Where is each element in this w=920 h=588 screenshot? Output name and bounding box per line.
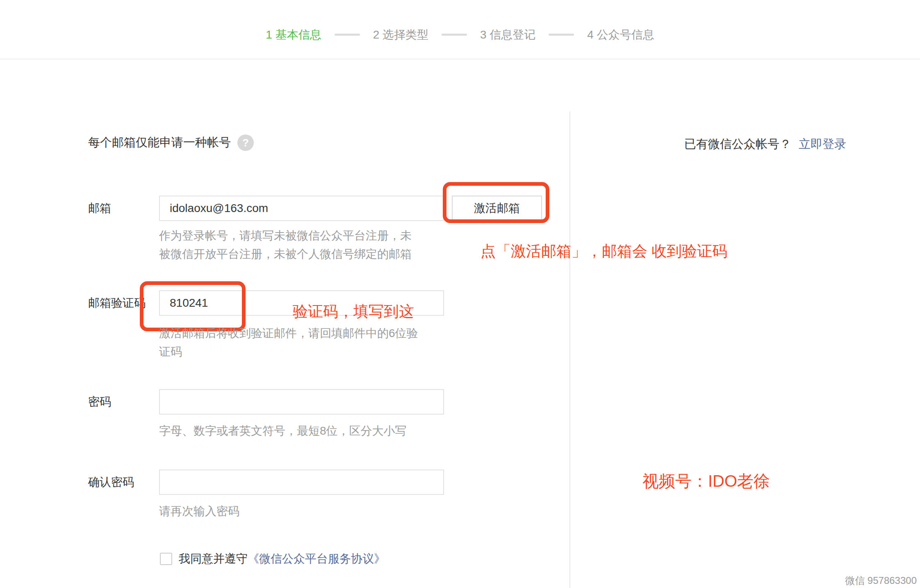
password-input[interactable] <box>159 389 444 415</box>
vertical-divider <box>569 112 570 588</box>
service-agreement-link[interactable]: 《微信公众平台服务协议》 <box>248 551 385 567</box>
login-now-link[interactable]: 立即登录 <box>799 137 846 150</box>
existing-account-row: 已有微信公众帐号？ 立即登录 <box>684 136 846 153</box>
question-mark-icon[interactable]: ? <box>237 134 254 151</box>
stepper-header: 1 基本信息 2 选择类型 3 信息登记 4 公众号信息 <box>0 0 920 59</box>
watermark-text: 微信 957863300 <box>845 574 917 587</box>
step-separator <box>549 34 574 36</box>
code-annotation-text: 验证码，填写到这 <box>293 301 414 322</box>
email-helper-line2: 被微信开放平台注册，未被个人微信号绑定的邮箱 <box>159 245 412 263</box>
step-account-info: 4 公众号信息 <box>587 27 654 43</box>
channel-annotation-text: 视频号：IDO老徐 <box>642 470 770 492</box>
stepper: 1 基本信息 2 选择类型 3 信息登记 4 公众号信息 <box>266 27 654 43</box>
agreement-text: 我同意并遵守 <box>179 551 248 567</box>
confirm-password-input[interactable] <box>159 469 444 495</box>
step-separator <box>335 34 360 36</box>
activate-annotation-text: 点「激活邮箱」，邮箱会 收到验证码 <box>480 241 727 262</box>
step-info-registration: 3 信息登记 <box>480 27 535 43</box>
notice-text: 每个邮箱仅能申请一种帐号 <box>88 134 231 151</box>
login-prompt: 已有微信公众帐号？ <box>684 137 791 150</box>
password-helper: 字母、数字或者英文符号，最短8位，区分大小写 <box>159 422 407 440</box>
code-helper-line1: 激活邮箱后将收到验证邮件，请回填邮件中的6位验 <box>159 324 418 342</box>
code-helper-line2: 证码 <box>159 342 182 361</box>
confirm-password-helper: 请再次输入密码 <box>159 502 239 520</box>
password-label: 密码 <box>88 389 158 415</box>
step-choose-type: 2 选择类型 <box>373 27 428 43</box>
activate-email-button[interactable]: 激活邮箱 <box>452 196 542 221</box>
email-code-label: 邮箱验证码 <box>88 290 158 316</box>
agreement-row: 我同意并遵守 《微信公众平台服务协议》 <box>160 551 385 567</box>
email-limit-notice: 每个邮箱仅能申请一种帐号 ? <box>88 134 254 151</box>
step-separator <box>442 34 467 36</box>
confirm-password-label: 确认密码 <box>88 469 158 495</box>
step-basic-info: 1 基本信息 <box>266 27 321 43</box>
email-input[interactable] <box>159 196 444 221</box>
email-label: 邮箱 <box>88 196 158 221</box>
registration-page: 1 基本信息 2 选择类型 3 信息登记 4 公众号信息 每个邮箱仅能申请一种帐… <box>0 0 920 588</box>
agreement-checkbox[interactable] <box>160 553 172 565</box>
email-helper-line1: 作为登录帐号，请填写未被微信公众平台注册，未 <box>159 226 412 245</box>
